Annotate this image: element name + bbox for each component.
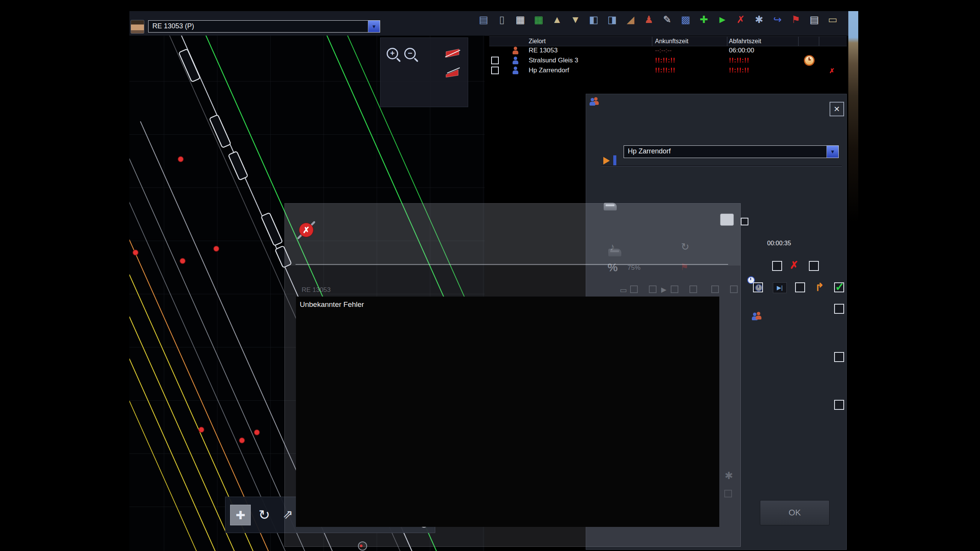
option-checkbox[interactable] <box>795 282 805 292</box>
camera-angle-icon[interactable] <box>445 67 461 78</box>
ok-button[interactable]: OK <box>760 500 830 525</box>
destination-selector[interactable]: Hp Zarrendorf ▼ <box>624 145 839 158</box>
delete-icon[interactable]: ▯ <box>495 13 508 26</box>
table-row[interactable]: Stralsund Gleis 3 !!:!!:!! !!:!!:!! <box>489 55 847 65</box>
error-overlay: RE 13053 Unbekannter Fehler <box>284 203 741 547</box>
measure-icon[interactable]: ▤ <box>808 13 821 26</box>
option-checkbox[interactable] <box>741 218 748 225</box>
chevron-down-icon[interactable]: ▼ <box>826 146 838 158</box>
split-left-icon[interactable]: ◧ <box>587 13 600 26</box>
application-window: RE 13053 (P) ▼ ▤▯▦▦▲▼◧◨◢♟✎▩✚►✗✱↪⚑▤▭ Ziel… <box>0 0 980 551</box>
destination-value: Hp Zarrendorf <box>624 146 826 158</box>
col-abfahrtszeit: Abfahrtszeit <box>729 37 761 46</box>
save-icon[interactable]: ▤ <box>477 13 490 26</box>
add-route-icon[interactable]: ✚ <box>697 13 710 26</box>
option-checkbox[interactable] <box>834 304 844 314</box>
zoom-out-icon[interactable]: − <box>404 48 416 59</box>
overlay-slider <box>296 264 728 265</box>
error-message: Unbekannter Fehler <box>300 300 364 309</box>
row-zielort: RE 13053 <box>529 46 558 55</box>
row-checkbox[interactable] <box>491 57 499 64</box>
depot-icon[interactable]: ▭ <box>826 13 839 26</box>
block-layout-icon[interactable]: ▩ <box>679 13 692 26</box>
go-route-icon[interactable]: ► <box>716 13 729 26</box>
zoom-in-icon[interactable]: + <box>387 48 398 59</box>
train-selector-value: RE 13053 (P) <box>149 21 368 32</box>
person-icon <box>511 66 520 75</box>
import-icon[interactable]: ↪ <box>771 13 784 26</box>
chevron-down-icon[interactable]: ▼ <box>368 21 380 32</box>
option-checkbox[interactable] <box>809 261 819 271</box>
row-abfahrt: !!:!!:!! <box>729 55 749 65</box>
confirm-checkbox[interactable]: ✓ <box>834 282 844 292</box>
crossed-circle: ✗ <box>299 223 314 237</box>
table-row[interactable]: RE 13053 --:--:-- 06:00:00 <box>489 46 847 55</box>
close-icon[interactable]: ✕ <box>830 102 844 116</box>
col-ankunftszeit: Ankunftszeit <box>655 37 688 46</box>
grid-icon[interactable]: ▦ <box>514 13 527 26</box>
world-view-sliver <box>848 11 858 539</box>
play-icon[interactable]: ▶| <box>773 282 787 293</box>
person-icon <box>511 56 520 65</box>
option-checkbox[interactable] <box>834 352 844 362</box>
overlay-train-label: RE 13053 <box>302 286 331 294</box>
forbidden-icon: ✗ <box>292 216 320 244</box>
top-toolbar: ▤▯▦▦▲▼◧◨◢♟✎▩✚►✗✱↪⚑▤▭ <box>477 12 848 27</box>
col-zielort: Zielort <box>529 37 546 46</box>
timer-value: 00:00:35 <box>767 240 791 247</box>
row-ankunft: !!:!!:!! <box>655 55 675 65</box>
error-message-box: Unbekannter Fehler <box>296 297 719 527</box>
option-checkbox[interactable] <box>834 400 844 410</box>
driver-avatar <box>131 20 144 34</box>
cancel-icon[interactable]: ✗ <box>829 66 835 76</box>
row-zielort: Hp Zarrendorf <box>529 65 569 75</box>
overlay-title-band <box>285 204 740 266</box>
panel-button[interactable] <box>720 214 734 226</box>
row-zielort: Stralsund Gleis 3 <box>529 55 578 65</box>
rotate-icon[interactable]: ↻ <box>254 505 274 525</box>
alarm-clock-icon <box>804 55 815 66</box>
passengers-icon[interactable]: ♟ <box>642 13 655 26</box>
flag-icon[interactable]: ⚑ <box>789 13 802 26</box>
row-abfahrt: !!:!!:!! <box>729 65 749 75</box>
table-row[interactable]: Hp Zarrendorf !!:!!:!! !!:!!:!! ✗ <box>489 65 847 75</box>
row-ankunft: !!:!!:!! <box>655 65 675 75</box>
cancel-icon[interactable]: ✗ <box>790 260 799 270</box>
tool-icon[interactable]: ◢ <box>624 13 637 26</box>
option-checkbox[interactable] <box>772 261 782 271</box>
schedule-table-header: Zielort Ankunftszeit Abfahrtszeit <box>489 36 847 46</box>
passengers-icon[interactable] <box>751 311 763 321</box>
pan-icon[interactable]: ✚ <box>230 505 251 525</box>
row-checkbox[interactable] <box>491 67 499 74</box>
option-checkbox[interactable] <box>753 282 763 292</box>
separator <box>601 165 842 166</box>
row-ankunft: --:--:-- <box>655 46 671 55</box>
train-selector[interactable]: RE 13053 (P) ▼ <box>148 20 380 33</box>
driver-icon <box>511 46 520 55</box>
edit-schedule-icon[interactable]: ✎ <box>661 13 674 26</box>
people-icon <box>588 97 601 107</box>
row-abfahrt: 06:00:00 <box>729 46 754 55</box>
settings-table-icon[interactable]: ✱ <box>753 13 766 26</box>
split-right-icon[interactable]: ◨ <box>606 13 619 26</box>
cancel-route-icon[interactable]: ✗ <box>734 13 747 26</box>
grid-active-icon[interactable]: ▦ <box>532 13 545 26</box>
camera-view-icon[interactable] <box>445 48 461 59</box>
check-icon: ✓ <box>835 280 844 293</box>
raise-terrain-icon[interactable]: ▲ <box>550 13 564 26</box>
lower-terrain-icon[interactable]: ▼ <box>569 13 582 26</box>
return-arrow-icon[interactable]: ↱ <box>815 281 824 293</box>
zoom-panel: + − <box>380 37 468 107</box>
